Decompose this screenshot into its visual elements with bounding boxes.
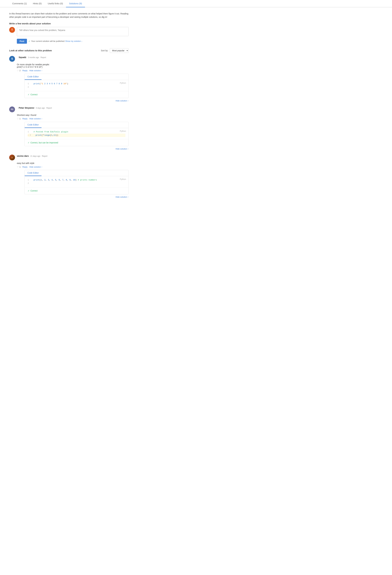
solution-block-1: PS Petar Stoyanov 6 days ago Report Shor… — [9, 106, 129, 150]
write-label: Write a few words about your solution — [9, 22, 129, 25]
code-editor-tab-bar-0: Code Editor — [25, 74, 128, 80]
solution-info-2: vecino darx 21 days ago Report — [17, 155, 47, 157]
sort-label: Sort by: — [101, 49, 108, 52]
solution-info-0: Squadz 3 months ago Report — [19, 56, 46, 59]
hide-solution-bottom-2: Hide solution ↑ — [17, 194, 129, 198]
author-name-1: Petar Stoyanov — [19, 107, 34, 109]
hide-solution-link-2[interactable]: Hide solution ↑ — [29, 166, 42, 168]
hide-solution-bottom-link-1[interactable]: Hide solution ↑ — [115, 148, 129, 150]
author-name-2: vecino darx — [17, 155, 29, 157]
tab-comments[interactable]: Comments (1) — [9, 0, 30, 7]
correct-row-0: ✓ Correct — [25, 91, 128, 98]
solution-actions-0: ♡ 2 Reply Hide solution ↑ — [17, 70, 129, 72]
solution-inner-0: Or more simple for newbie people:print("… — [17, 63, 129, 102]
tab-hints[interactable]: Hints (0) — [30, 0, 45, 7]
solution-actions-2: ♡ 1 Reply Hide solution ↑ — [17, 166, 129, 168]
sort-select[interactable]: Most popular Newest Oldest — [110, 48, 129, 53]
solution-meta-1: PS Petar Stoyanov 6 days ago Report — [9, 106, 129, 112]
solution-meta-2: ● vecino darx 21 days ago Report — [9, 155, 129, 160]
warning-icon: ⚠ — [28, 134, 29, 137]
likes-num-2: 1 — [20, 166, 21, 168]
post-row: Post ✓ Your current solution will be pub… — [17, 39, 129, 44]
code-editor-2: Code Editor Python 1 print(1, 2, 3, 4, 5… — [24, 170, 129, 194]
code-editor-tab-2[interactable]: Code Editor — [25, 170, 42, 176]
solution-block-0: S Squadz 3 months ago Report Or more sim… — [9, 56, 129, 102]
code-line-1-2: ⚠ 2 print(*range(1,11)) — [28, 134, 125, 137]
report-link-1[interactable]: Report — [46, 107, 52, 109]
solution-inner-2: easy but with style ♡ 1 Reply Hide solut… — [17, 162, 129, 198]
like-count-1: ♡ 1 — [17, 118, 21, 120]
tabs-bar: Comments (1) Hints (0) Useful links (0) … — [0, 0, 392, 7]
reply-link-2[interactable]: Reply — [22, 166, 27, 168]
sort-row: Sort by: Most popular Newest Oldest — [101, 48, 129, 53]
correct-text-0: Correct — [30, 93, 38, 96]
likes-num-1: 1 — [20, 118, 21, 120]
show-solution-link[interactable]: Show my solution ↓ — [65, 40, 82, 42]
hide-solution-bottom-0: Hide solution ↑ — [17, 98, 129, 102]
correct-check-icon-0: ✓ — [28, 93, 29, 96]
hide-solution-bottom-1: Hide solution ↑ — [17, 146, 129, 150]
code-lines-1: 1 # Posted from EduTools plugin ⚠ 2 prin… — [28, 130, 125, 137]
code-line-2-1: 1 print(1, 2, 3, 4, 5, 6, 7, 8, 9, 10) #… — [28, 178, 125, 182]
hide-solution-link-1[interactable]: Hide solution ↑ — [29, 118, 42, 120]
code-editor-tab-bar-2: Code Editor — [25, 170, 128, 176]
code-editor-tab-0[interactable]: Code Editor — [25, 74, 42, 80]
correct-row-2: ✓ Correct — [25, 187, 128, 194]
heart-icon-0: ♡ — [17, 70, 19, 72]
correct-text-2: Correct — [30, 190, 38, 192]
tab-useful-links[interactable]: Useful links (0) — [45, 0, 66, 7]
code-lines-0: 1 print("1 2 3 4 5 6 7 8 9 10") 2 — [28, 82, 125, 89]
solution-comment-2: easy but with style — [17, 162, 129, 164]
line-num: 1 — [28, 178, 31, 182]
solution-inner-1: Shortest way i found ♡ 1 Reply Hide solu… — [17, 114, 129, 150]
line-num: 2 — [30, 134, 33, 137]
like-count-0: ♡ 2 — [17, 70, 21, 72]
post-button[interactable]: Post — [17, 39, 27, 44]
line-num: 1 — [28, 130, 31, 133]
code-line-0-2: 2 — [28, 86, 125, 89]
solution-comment-1: Shortest way i found — [17, 114, 129, 116]
solution-comment-0: Or more simple for newbie people:print("… — [17, 63, 129, 68]
hide-solution-bottom-link-0[interactable]: Hide solution ↑ — [115, 100, 129, 102]
solution-meta-0: S Squadz 3 months ago Report — [9, 56, 129, 62]
author-name-0: Squadz — [19, 56, 26, 59]
report-link-2[interactable]: Report — [42, 155, 47, 157]
tab-solutions[interactable]: Solutions (9) — [66, 0, 85, 7]
avatar-icon: ● — [11, 156, 13, 159]
user-avatar: T — [9, 27, 15, 33]
avatar-petar: PS — [9, 106, 15, 112]
hide-solution-link-0[interactable]: Hide solution ↑ — [29, 70, 42, 72]
reply-link-1[interactable]: Reply — [22, 118, 27, 120]
main-content: In this thread learners can share their … — [0, 7, 138, 207]
avatar-squadz: S — [9, 56, 15, 62]
reply-link-0[interactable]: Reply — [22, 70, 27, 72]
code-area-0: Python 1 print("1 2 3 4 5 6 7 8 9 10") 2 — [25, 80, 128, 91]
lang-label-2: Python — [120, 178, 126, 180]
time-ago-2: 21 days ago — [30, 155, 40, 157]
solution-input[interactable] — [17, 27, 129, 36]
publish-note: ✓ Your current solution will be publishe… — [28, 40, 82, 43]
code-line-1-1: 1 # Posted from EduTools plugin — [28, 130, 125, 134]
report-link-0[interactable]: Report — [41, 56, 46, 59]
heart-icon-2: ♡ — [17, 166, 19, 168]
time-ago-0: 3 months ago — [28, 56, 39, 59]
hide-solution-bottom-link-2[interactable]: Hide solution ↑ — [115, 196, 129, 198]
correct-text-1: Correct, but can be improved — [30, 142, 58, 144]
avatar-vecino: ● — [9, 155, 15, 160]
code-lines-2: 1 print(1, 2, 3, 4, 5, 6, 7, 8, 9, 10) #… — [28, 178, 125, 185]
heart-icon-1: ♡ — [17, 118, 19, 120]
line-code: print(*range(1,11)) — [36, 134, 58, 137]
code-editor-1: Code Editor Python 1 # Posted from EduTo… — [24, 122, 129, 146]
time-ago-1: 6 days ago — [36, 107, 45, 109]
solution-actions-1: ♡ 1 Reply Hide solution ↑ — [17, 118, 129, 120]
publish-text: Your current solution will be published — [31, 40, 65, 42]
intro-text: In this thread learners can share their … — [9, 12, 129, 19]
likes-num-0: 2 — [20, 70, 21, 72]
code-area-2: Python 1 print(1, 2, 3, 4, 5, 6, 7, 8, 9… — [25, 176, 128, 187]
solutions-header: Look at other solutions to this problem … — [9, 48, 129, 53]
write-area: T — [9, 27, 129, 37]
correct-check-icon-2: ✓ — [28, 190, 29, 192]
solution-info-1: Petar Stoyanov 6 days ago Report — [19, 106, 52, 109]
correct-check-icon-1: ✓ — [28, 142, 29, 144]
code-editor-tab-1[interactable]: Code Editor — [25, 122, 42, 128]
